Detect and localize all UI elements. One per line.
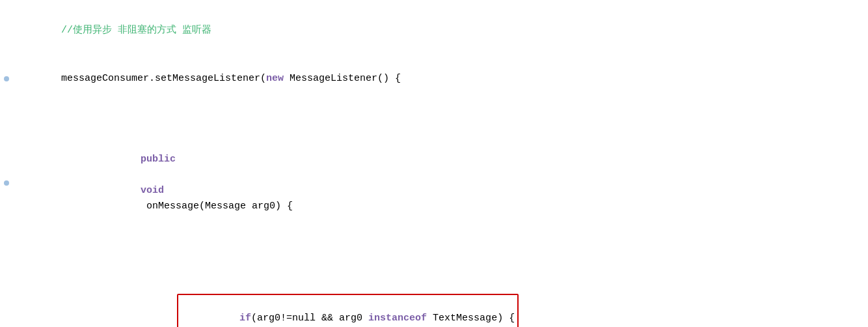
if-highlight-box: if(arg0!=null && arg0 instanceof TextMes… bbox=[177, 294, 519, 327]
line-content-6: if(arg0!=null && arg0 instanceof TextMes… bbox=[20, 264, 868, 327]
code-line-6: if(arg0!=null && arg0 instanceof TextMes… bbox=[0, 263, 868, 327]
gutter-dot-2 bbox=[4, 76, 9, 81]
gutter-dot-4 bbox=[4, 180, 9, 186]
code-span: messageConsumer.setMessageListener(new M… bbox=[61, 73, 401, 84]
code-line-4: public void onMessage(Message arg0) { bbox=[0, 120, 868, 246]
line-content-5 bbox=[20, 247, 868, 263]
line-content-3 bbox=[20, 104, 868, 119]
keyword-if: if bbox=[239, 313, 251, 324]
keyword-void: void bbox=[141, 185, 164, 196]
code-line-2: messageConsumer.setMessageListener(new M… bbox=[0, 55, 868, 103]
code-line-5 bbox=[0, 246, 868, 263]
keyword-instanceof: instanceof bbox=[368, 313, 427, 324]
line-content-4: public void onMessage(Message arg0) { bbox=[20, 121, 868, 246]
code-line-1: //使用异步 非阻塞的方式 监听器 bbox=[0, 7, 868, 55]
code-editor: //使用异步 非阻塞的方式 监听器 messageConsumer.setMes… bbox=[0, 0, 868, 327]
code-line-3 bbox=[0, 103, 868, 120]
line-content-2: messageConsumer.setMessageListener(new M… bbox=[20, 55, 868, 102]
keyword-public: public bbox=[141, 154, 176, 165]
line-content-1: //使用异步 非阻塞的方式 监听器 bbox=[20, 7, 868, 54]
comment-text-1: //使用异步 非阻塞的方式 监听器 bbox=[61, 25, 211, 36]
